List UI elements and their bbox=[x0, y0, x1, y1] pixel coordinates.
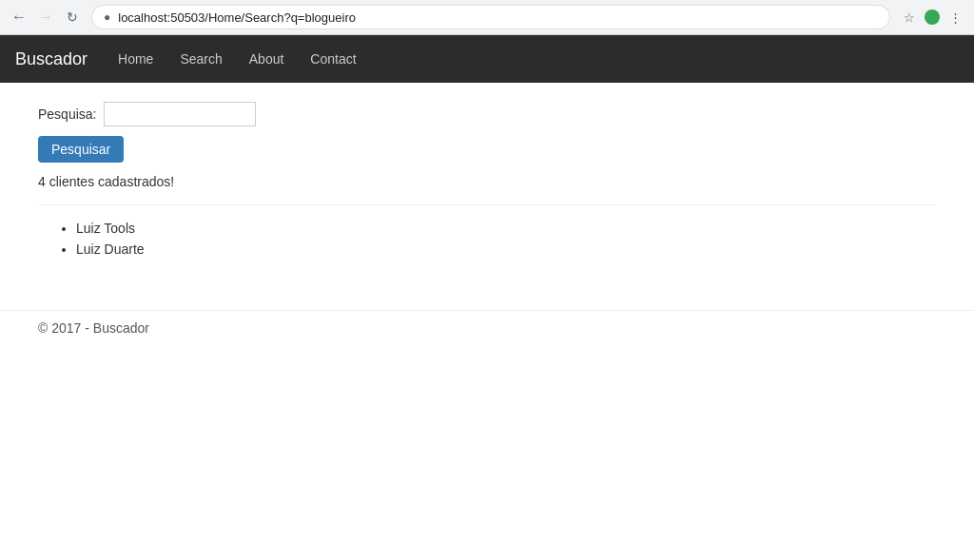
list-item: Luiz Duarte bbox=[76, 241, 936, 257]
nav-link-search[interactable]: Search bbox=[168, 44, 233, 74]
browser-chrome: ← → ↻ ● localhost:50503/Home/Search?q=bl… bbox=[0, 0, 974, 35]
nav-item-about: About bbox=[238, 44, 296, 74]
profile-dot bbox=[925, 10, 940, 25]
nav-link-home[interactable]: Home bbox=[107, 44, 165, 74]
nav-item-search: Search bbox=[168, 44, 233, 74]
nav-item-home: Home bbox=[107, 44, 165, 74]
search-label: Pesquisa: bbox=[38, 106, 96, 122]
results-top-divider bbox=[38, 204, 936, 205]
search-button[interactable]: Pesquisar bbox=[38, 136, 124, 163]
nav-link-about[interactable]: About bbox=[238, 44, 296, 74]
result-list: Luiz Tools Luiz Duarte bbox=[38, 221, 936, 257]
navbar: Buscador Home Search About Contact bbox=[0, 35, 974, 83]
address-bar[interactable]: ● localhost:50503/Home/Search?q=blogueir… bbox=[91, 5, 890, 29]
browser-toolbar: ← → ↻ ● localhost:50503/Home/Search?q=bl… bbox=[0, 0, 974, 34]
bookmark-button[interactable]: ☆ bbox=[898, 6, 921, 29]
back-button[interactable]: ← bbox=[8, 6, 30, 29]
search-input[interactable] bbox=[104, 102, 256, 126]
footer: © 2017 - Buscador bbox=[0, 320, 974, 355]
main-content: Pesquisa: Pesquisar 4 clientes cadastrad… bbox=[0, 83, 974, 291]
navbar-brand[interactable]: Buscador bbox=[15, 49, 88, 69]
forward-button[interactable]: → bbox=[34, 6, 57, 29]
result-count: 4 clientes cadastrados! bbox=[38, 174, 936, 189]
nav-item-contact: Contact bbox=[299, 44, 367, 74]
list-item: Luiz Tools bbox=[76, 221, 936, 236]
toolbar-actions: ☆ ⋮ bbox=[898, 6, 966, 29]
search-form: Pesquisa: Pesquisar bbox=[38, 102, 936, 163]
navbar-nav: Home Search About Contact bbox=[107, 44, 368, 74]
footer-text: © 2017 - Buscador bbox=[38, 320, 149, 336]
nav-link-contact[interactable]: Contact bbox=[299, 44, 367, 74]
footer-divider bbox=[0, 310, 974, 311]
url-display: localhost:50503/Home/Search?q=blogueiro bbox=[118, 10, 878, 25]
menu-button[interactable]: ⋮ bbox=[944, 6, 966, 29]
nav-buttons: ← → ↻ bbox=[8, 6, 84, 29]
reload-button[interactable]: ↻ bbox=[61, 6, 84, 29]
search-form-group: Pesquisa: bbox=[38, 102, 936, 126]
security-icon: ● bbox=[104, 10, 110, 24]
